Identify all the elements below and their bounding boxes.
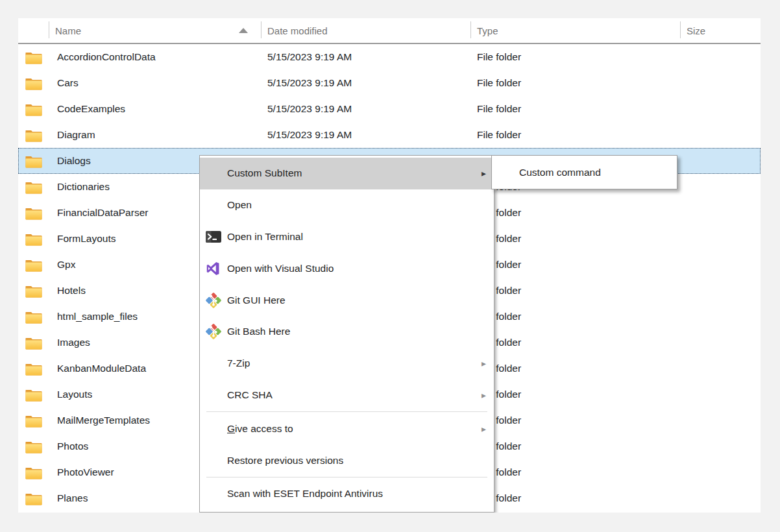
file-name-cell: CodeExamples [18,102,261,117]
file-name-cell: Diagram [18,128,261,143]
file-date-modified: 5/15/2023 9:19 AM [261,51,470,63]
file-name: FormLayouts [57,233,116,245]
menu-item-icon-slot [205,485,222,502]
menu-item[interactable]: 7-Zip ▸ [200,348,494,380]
menu-item-icon-slot [205,165,222,182]
menu-item[interactable]: Git Bash Here [200,316,494,348]
file-name: PhotoViewer [57,466,114,478]
file-date-modified: 5/15/2023 9:19 AM [261,129,470,141]
folder-icon [25,102,43,117]
menu-item[interactable]: Open [200,189,494,221]
menu-item-label: Open with Visual Studio [227,263,334,274]
submenu-item-icon-slot [497,164,514,181]
menu-item-icon-slot [205,323,222,340]
file-type: File folder [470,233,680,245]
folder-icon [25,258,43,272]
git-icon [205,323,222,340]
folder-icon [25,284,43,298]
file-name: AccordionControlData [57,51,156,63]
file-type: File folder [470,129,680,141]
submenu-arrow-icon: ▸ [481,391,486,400]
terminal-icon [205,230,222,244]
menu-item-label: Git Bash Here [227,326,290,337]
column-header-label: Date modified [267,25,328,36]
menu-item-label: Scan with ESET Endpoint Antivirus [227,488,383,500]
column-header[interactable]: Type [470,18,680,43]
folder-icon [25,387,43,402]
menu-separator [206,477,487,478]
menu-item-icon-slot [205,228,222,245]
column-header-label: Size [687,25,705,36]
folder-icon [25,413,43,428]
file-type: File folder [470,337,680,348]
file-type: File folder [470,285,680,296]
folder-icon [25,309,43,324]
file-name-cell: Cars [18,76,261,91]
submenu-arrow-icon: ▸ [481,359,486,368]
file-date-modified: 5/15/2023 9:19 AM [261,103,470,115]
column-header-label: Type [477,25,498,36]
menu-separator [206,411,487,412]
file-type: File folder [470,77,680,89]
menu-item[interactable]: Scan with ESET Endpoint Antivirus [200,478,494,510]
file-name: Hotels [57,285,86,296]
menu-item[interactable]: Git GUI Here [200,284,494,316]
file-name: Planes [57,492,88,504]
file-row[interactable]: CodeExamples 5/15/2023 9:19 AM File fold… [18,96,761,122]
menu-item[interactable]: Custom SubItem ▸ [200,158,494,189]
file-row[interactable]: Diagram 5/15/2023 9:19 AM File folder [18,122,761,148]
file-type: File folder [470,207,680,219]
menu-item-label: 7-Zip [227,357,250,369]
file-name: Diagram [57,129,95,141]
folder-icon [25,361,43,376]
menu-item[interactable]: Give access to ▸ [200,413,494,444]
file-name: Dialogs [57,155,91,167]
column-header-label: Name [55,25,81,36]
submenu-item[interactable]: Custom command [492,158,677,187]
menu-item-label: Give access to [227,423,293,435]
file-type: File folder [470,415,680,426]
menu-item[interactable]: Open with Visual Studio [200,252,494,284]
menu-item-icon-slot [205,452,222,469]
file-type: File folder [470,492,680,504]
column-header-gutter [18,18,49,43]
file-list-panel: Name Date modified Type Size [18,18,761,513]
file-name: Images [57,337,90,348]
column-header[interactable]: Name [49,18,261,43]
menu-item-label: Git GUI Here [227,295,286,306]
submenu-item-label: Custom command [519,167,601,178]
menu-item[interactable]: Open in Terminal [200,221,494,253]
folder-icon [25,232,43,247]
menu-item[interactable]: CRC SHA ▸ [200,380,494,411]
folder-icon [25,465,43,480]
folder-icon [25,154,43,169]
folder-icon [25,335,43,350]
menu-item-icon-slot [205,355,222,372]
menu-item-label: Open [227,199,252,211]
menu-item-icon-slot [205,420,222,437]
column-header[interactable]: Date modified [261,18,470,43]
folder-icon [25,206,43,221]
file-type: File folder [470,103,680,115]
menu-item-label: Custom SubItem [227,167,302,179]
file-date-modified: 5/15/2023 9:19 AM [261,77,470,89]
submenu-arrow-icon: ▸ [481,424,486,433]
sort-ascending-icon [239,28,248,33]
folder-icon [25,180,43,195]
file-type: File folder [470,466,680,478]
file-name: Layouts [57,389,92,400]
file-name: Dictionaries [57,181,110,193]
git-icon [205,292,222,309]
file-row[interactable]: AccordionControlData 5/15/2023 9:19 AM F… [18,44,761,70]
folder-icon [25,128,43,143]
menu-item[interactable]: Restore previous versions [200,444,494,476]
file-name: CodeExamples [57,103,125,115]
menu-item-icon-slot [205,292,222,309]
file-type: File folder [470,311,680,322]
file-row[interactable]: Cars 5/15/2023 9:19 AM File folder [18,70,761,96]
file-type: File folder [470,389,680,400]
menu-item-icon-slot [205,387,222,404]
column-header[interactable]: Size [680,18,761,43]
menu-item-label: CRC SHA [227,389,273,401]
folder-icon [25,50,43,65]
